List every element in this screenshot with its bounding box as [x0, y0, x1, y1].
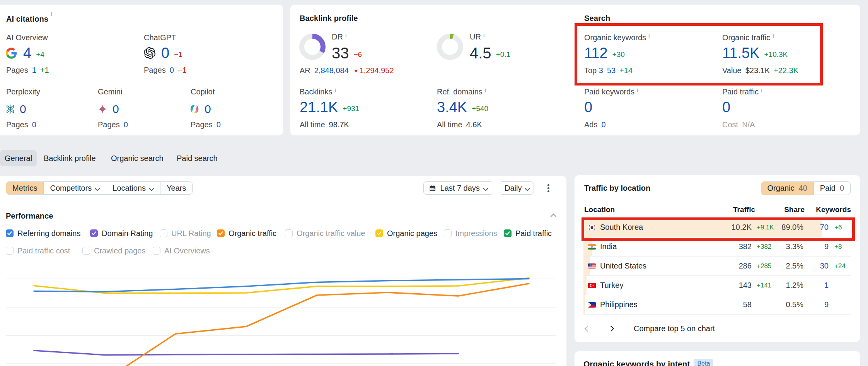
chatgpt-pages-value[interactable]: 0	[170, 66, 174, 75]
more-options-button[interactable]	[543, 181, 553, 195]
gemini-pages-row: Pages 0	[98, 120, 128, 129]
info-icon[interactable]: i	[483, 32, 485, 38]
gemini-value[interactable]: 0	[113, 103, 119, 115]
gemini-pages-value[interactable]: 0	[124, 120, 128, 129]
info-icon[interactable]: i	[637, 87, 638, 93]
country-flag-icon	[588, 302, 596, 308]
metric-checkbox-crawled-pages[interactable]: Crawled pages	[82, 246, 145, 255]
keywords-value[interactable]: 30	[820, 262, 829, 270]
checkbox-checked-icon[interactable]	[6, 229, 14, 237]
column-header-location[interactable]: Location	[584, 205, 615, 214]
checkbox-checked-icon[interactable]	[375, 229, 383, 237]
column-header-traffic[interactable]: Traffic	[733, 205, 755, 214]
location-table-row-philippines[interactable]: Philippines 58 0.5% 9	[583, 295, 851, 315]
location-name: Turkey	[600, 281, 623, 290]
metric-checkbox-organic-traffic-value[interactable]: Organic traffic value	[285, 229, 365, 238]
top3-value[interactable]: 53	[607, 66, 616, 75]
organic-traffic-value[interactable]: 11.5K	[722, 46, 759, 60]
ai-overview-pages-value[interactable]: 1	[32, 66, 36, 75]
next-page-icon[interactable]	[609, 326, 614, 332]
granularity-dropdown[interactable]: Daily	[499, 181, 534, 195]
info-icon[interactable]: i	[648, 33, 650, 39]
metric-checkbox-domain-rating[interactable]: Domain Rating	[90, 229, 153, 238]
value-change: +22.3K	[774, 66, 798, 75]
checkbox-unchecked-icon[interactable]	[160, 229, 167, 237]
keywords-value[interactable]: 70	[820, 223, 829, 232]
checkbox-checked-icon[interactable]	[217, 229, 225, 237]
traffic-change: +382	[757, 243, 776, 251]
metrics-button[interactable]: Metrics	[6, 182, 43, 194]
copilot-pages-value[interactable]: 0	[217, 120, 221, 129]
copilot-value[interactable]: 0	[205, 103, 211, 115]
checkbox-unchecked-icon[interactable]	[153, 247, 160, 255]
perplexity-pages-value[interactable]: 0	[32, 120, 36, 129]
location-table-row-united-states[interactable]: United States 286 +285 2.5% 30 +24	[583, 257, 851, 276]
checkbox-unchecked-icon[interactable]	[6, 247, 14, 255]
location-table-row-turkey[interactable]: Turkey 143 +141 1.2% 1	[583, 276, 851, 295]
ai-citations-card: AI citationsi AI Overview 4 +4 Pages 1 +…	[0, 5, 283, 135]
keywords-value[interactable]: 1	[824, 281, 829, 290]
ar-change: 1,294,952	[360, 66, 394, 75]
country-flag-icon	[588, 225, 596, 230]
tab-paid-search[interactable]: Paid search	[177, 150, 218, 166]
copilot-pages-row: Pages 0	[191, 120, 221, 129]
info-icon[interactable]: i	[51, 11, 52, 17]
copilot-label: Copilot	[191, 87, 215, 96]
info-icon[interactable]: i	[485, 87, 486, 93]
metric-checkbox-ai-overviews[interactable]: AI Overviews	[153, 246, 210, 255]
ar-value[interactable]: 2,848,084	[314, 66, 349, 75]
column-header-keywords[interactable]: Keywords	[816, 205, 851, 214]
checkbox-unchecked-icon[interactable]	[444, 229, 452, 237]
gemini-value-row: 0	[97, 103, 119, 115]
metric-checkbox-label: Paid traffic cost	[17, 246, 70, 255]
tab-backlink-profile[interactable]: Backlink profile	[44, 150, 96, 166]
info-icon[interactable]: i	[345, 32, 347, 38]
compare-top5-link[interactable]: Compare top 5 on chart	[634, 324, 715, 333]
competitors-dropdown[interactable]: Competitors	[43, 182, 106, 194]
collapse-chevron-icon[interactable]	[551, 214, 556, 217]
location-table-row-india[interactable]: India 382 +382 3.3% 9 +8	[583, 237, 851, 257]
years-button[interactable]: Years	[160, 182, 192, 194]
performance-chart[interactable]	[0, 255, 566, 366]
location-table-header: Location Traffic Share Keywords	[583, 205, 851, 217]
tab-general[interactable]: General	[0, 150, 37, 166]
keywords-value[interactable]: 9	[824, 300, 829, 309]
column-header-share[interactable]: Share	[784, 205, 805, 214]
organic-keywords-value[interactable]: 112	[584, 46, 608, 60]
backlinks-label: Backlinksi	[300, 87, 336, 96]
metric-checkbox-paid-traffic-cost[interactable]: Paid traffic cost	[6, 246, 70, 255]
organic-toggle[interactable]: Organic 40	[761, 182, 813, 195]
paid-toggle[interactable]: Paid 0	[813, 182, 850, 195]
checkbox-unchecked-icon[interactable]	[82, 247, 90, 255]
metric-checkbox-paid-traffic[interactable]: Paid traffic	[504, 229, 552, 238]
keywords-value[interactable]: 9	[824, 242, 829, 251]
perplexity-value[interactable]: 0	[20, 103, 26, 115]
metric-checkbox-organic-pages[interactable]: Organic pages	[375, 229, 437, 238]
info-icon[interactable]: i	[773, 33, 774, 39]
tab-organic-search[interactable]: Organic search	[111, 150, 164, 166]
previous-page-icon[interactable]	[584, 326, 590, 332]
ref-domains-value[interactable]: 3.4K	[437, 100, 467, 115]
checkbox-checked-icon[interactable]	[90, 229, 98, 237]
metric-checkbox-referring-domains[interactable]: Referring domains	[6, 229, 80, 238]
metric-checkbox-url-rating[interactable]: URL Rating	[160, 229, 211, 238]
backlinks-value[interactable]: 21.1K	[300, 100, 338, 115]
paid-keywords-value[interactable]: 0	[584, 100, 592, 115]
chatgpt-value[interactable]: 0	[161, 46, 169, 60]
info-icon[interactable]: i	[761, 87, 762, 93]
checkbox-checked-icon[interactable]	[504, 229, 512, 237]
backlink-profile-card: Backlink profile DRi 33 −6 AR 2,848,084 …	[290, 5, 860, 135]
date-range-dropdown[interactable]: Last 7 days	[423, 181, 493, 195]
organic-keywords-label: Organic keywordsi	[584, 33, 650, 42]
metric-checkbox-label: URL Rating	[171, 229, 211, 238]
location-table-row-south-korea[interactable]: South Korea 10.2K +9.1K 89.0% 70 +6	[583, 218, 851, 237]
metric-checkbox-organic-traffic[interactable]: Organic traffic	[217, 229, 276, 238]
share-value: 89.0%	[781, 223, 803, 232]
paid-traffic-value[interactable]: 0	[722, 100, 730, 115]
ai-overview-value[interactable]: 4	[23, 46, 31, 60]
metric-checkbox-impressions[interactable]: Impressions	[444, 229, 497, 238]
ads-value[interactable]: 0	[601, 120, 605, 129]
info-icon[interactable]: i	[334, 87, 336, 93]
checkbox-unchecked-icon[interactable]	[285, 229, 293, 237]
locations-dropdown[interactable]: Locations	[106, 182, 160, 194]
